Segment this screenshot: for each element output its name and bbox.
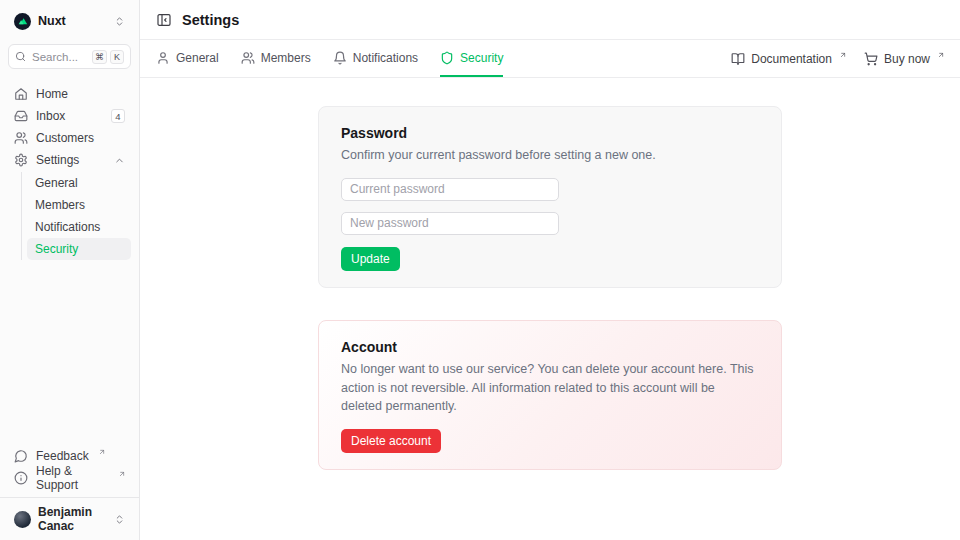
sidebar-item-label: Help & Support	[36, 464, 109, 492]
sidebar-item-general[interactable]: General	[27, 172, 131, 194]
external-link-icon	[98, 448, 106, 456]
sidebar-item-settings[interactable]: Settings	[8, 149, 131, 171]
cart-icon	[864, 52, 878, 66]
home-icon	[14, 87, 28, 101]
tab-members[interactable]: Members	[241, 40, 311, 77]
page-title: Settings	[182, 12, 239, 28]
account-card-description: No longer want to use our service? You c…	[341, 360, 759, 416]
new-password-field[interactable]	[341, 212, 559, 235]
message-circle-icon	[14, 449, 28, 463]
password-card: Password Confirm your current password b…	[318, 106, 782, 288]
account-card: Account No longer want to use our servic…	[318, 320, 782, 470]
sidebar-item-label: Security	[35, 242, 78, 256]
password-card-title: Password	[341, 125, 759, 141]
search-input[interactable]: Search... ⌘ K	[8, 44, 131, 69]
sidebar-item-inbox[interactable]: Inbox 4	[8, 105, 131, 127]
users-icon	[241, 51, 255, 65]
sidebar-item-customers[interactable]: Customers	[8, 127, 131, 149]
tab-general[interactable]: General	[156, 40, 219, 77]
sidebar-item-label: General	[35, 176, 78, 190]
external-link-icon	[937, 51, 945, 59]
workspace-name: Nuxt	[38, 14, 66, 28]
info-circle-icon	[14, 471, 28, 485]
settings-sub-menu: General Members Notifications Security	[21, 172, 131, 260]
sidebar-item-label: Settings	[36, 153, 79, 167]
gear-icon	[14, 153, 28, 167]
password-card-description: Confirm your current password before set…	[341, 146, 759, 165]
update-password-button[interactable]: Update	[341, 247, 400, 271]
sidebar: Nuxt Search... ⌘ K Home Inbox 4 Customer…	[0, 0, 140, 540]
avatar	[14, 511, 31, 528]
buy-now-link[interactable]: Buy now	[864, 52, 944, 66]
inbox-icon	[14, 109, 28, 123]
search-icon	[15, 51, 26, 62]
kbd-cmd: ⌘	[92, 50, 107, 64]
sidebar-item-label: Inbox	[36, 109, 65, 123]
panel-left-icon	[156, 12, 172, 28]
chevrons-up-down-icon	[114, 16, 125, 27]
current-password-field[interactable]	[341, 178, 559, 201]
tab-label: Members	[261, 51, 311, 65]
delete-account-button[interactable]: Delete account	[341, 429, 441, 453]
documentation-link[interactable]: Documentation	[731, 52, 846, 66]
sidebar-item-label: Home	[36, 87, 68, 101]
tab-label: General	[176, 51, 219, 65]
tab-label: Security	[460, 51, 503, 65]
link-label: Documentation	[751, 52, 832, 66]
sidebar-item-label: Notifications	[35, 220, 100, 234]
page-header: Settings	[140, 0, 960, 40]
link-label: Buy now	[884, 52, 930, 66]
sidebar-item-notifications[interactable]: Notifications	[27, 216, 131, 238]
tab-notifications[interactable]: Notifications	[333, 40, 418, 77]
bell-icon	[333, 51, 347, 65]
main-area: Settings General Members Notifications S…	[140, 0, 960, 540]
user-icon	[156, 51, 170, 65]
user-name: Benjamin Canac	[38, 505, 107, 533]
settings-content: Password Confirm your current password b…	[140, 78, 960, 540]
account-card-title: Account	[341, 339, 759, 355]
sidebar-divider	[0, 497, 139, 498]
external-link-icon	[839, 51, 847, 59]
book-open-icon	[731, 52, 745, 66]
sidebar-spacer	[8, 261, 131, 445]
user-menu[interactable]: Benjamin Canac	[8, 506, 131, 532]
settings-tabbar: General Members Notifications Security D…	[140, 40, 960, 78]
search-shortcut: ⌘ K	[92, 50, 124, 64]
shield-icon	[440, 51, 454, 65]
sidebar-item-label: Feedback	[36, 449, 89, 463]
chevron-up-icon	[114, 155, 125, 166]
search-placeholder: Search...	[32, 51, 78, 63]
sidebar-item-home[interactable]: Home	[8, 83, 131, 105]
external-link-icon	[118, 470, 126, 478]
sidebar-toggle-button[interactable]	[156, 12, 172, 28]
chevrons-up-down-icon	[114, 514, 125, 525]
sidebar-item-security[interactable]: Security	[27, 238, 131, 260]
app-root: Nuxt Search... ⌘ K Home Inbox 4 Customer…	[0, 0, 960, 540]
kbd-k: K	[110, 50, 124, 64]
workspace-switcher[interactable]: Nuxt	[8, 8, 131, 34]
nuxt-logo-icon	[14, 13, 31, 30]
sidebar-item-label: Members	[35, 198, 85, 212]
sidebar-item-members[interactable]: Members	[27, 194, 131, 216]
sidebar-item-label: Customers	[36, 131, 94, 145]
inbox-count-badge: 4	[111, 109, 125, 123]
header-links: Documentation Buy now	[731, 40, 944, 77]
tab-security[interactable]: Security	[440, 40, 503, 77]
sidebar-item-help-support[interactable]: Help & Support	[8, 467, 131, 489]
tab-label: Notifications	[353, 51, 418, 65]
users-icon	[14, 131, 28, 145]
